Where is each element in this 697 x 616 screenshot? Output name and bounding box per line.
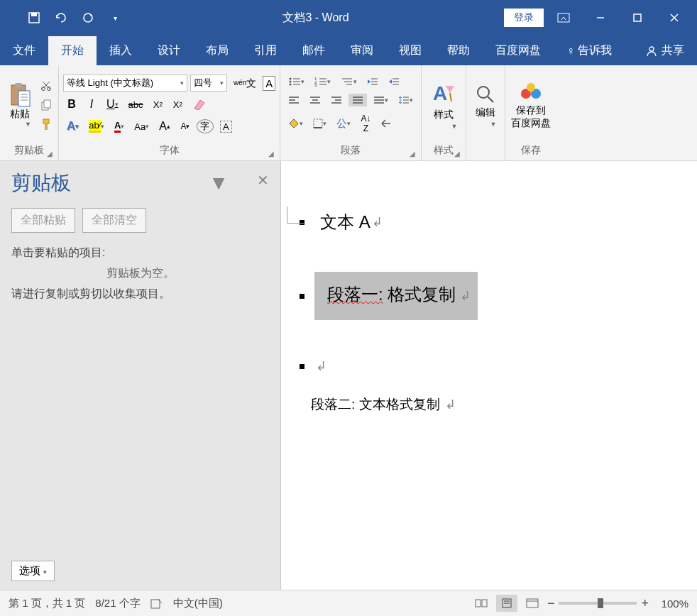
status-language[interactable]: 中文(中国) [173, 597, 223, 610]
borders-icon[interactable]: ▾ [309, 116, 330, 131]
svg-rect-70 [482, 600, 487, 607]
tab-review[interactable]: 审阅 [338, 36, 386, 65]
tab-view[interactable]: 视图 [386, 36, 434, 65]
character-shading-icon[interactable]: A [216, 119, 236, 135]
pane-close-icon[interactable]: ✕ [257, 172, 269, 194]
italic-icon[interactable]: I [83, 96, 100, 113]
copy-icon[interactable] [38, 97, 54, 113]
paragraph-launcher-icon[interactable]: ◢ [410, 150, 415, 158]
qat-dropdown-icon[interactable]: ▾ [102, 7, 128, 28]
zoom-slider[interactable] [559, 602, 637, 605]
distribute-icon[interactable]: ▾ [370, 94, 392, 106]
paste-all-button[interactable]: 全部粘贴 [11, 208, 75, 233]
tab-layout[interactable]: 布局 [193, 36, 241, 65]
clipboard-group-label: 剪贴板 [14, 144, 44, 157]
svg-rect-3 [558, 13, 569, 22]
workspace: 剪贴板 ▼ ✕ 全部粘贴 全部清空 单击要粘贴的项目: 剪贴板为空。 请进行复制… [0, 161, 697, 590]
tab-tellme[interactable]: ♀告诉我 [554, 36, 625, 65]
svg-point-25 [290, 84, 292, 86]
status-bar: 第 1 页，共 1 页 8/21 个字 中文(中国) − + 100% [0, 590, 697, 616]
show-marks-icon[interactable] [377, 116, 395, 131]
login-button[interactable]: 登录 [504, 9, 544, 27]
clipboard-launcher-icon[interactable]: ◢ [47, 150, 53, 158]
align-center-icon[interactable] [306, 94, 324, 106]
bold-icon[interactable]: B [63, 96, 80, 113]
pane-dropdown-icon[interactable]: ▼ [209, 172, 229, 194]
strikethrough-icon[interactable]: abc [125, 97, 147, 112]
undo-icon[interactable] [48, 7, 74, 28]
font-color-icon[interactable]: A▾ [111, 118, 128, 135]
underline-icon[interactable]: U ▾ [103, 96, 122, 113]
phonetic-guide-icon[interactable]: wén文 [230, 76, 260, 90]
proofing-icon[interactable] [150, 598, 163, 609]
grow-font-icon[interactable]: A▴ [155, 118, 174, 135]
web-layout-icon[interactable] [522, 595, 543, 612]
zoom-in-icon[interactable]: + [641, 596, 649, 611]
redo-icon[interactable] [75, 7, 101, 28]
doc-line-3: 段落二: 文本格式复制 [311, 397, 440, 412]
font-size-combo[interactable]: 四号▾ [190, 75, 227, 92]
styles-launcher-icon[interactable]: ◢ [454, 150, 460, 158]
tab-file[interactable]: 文件 [0, 36, 48, 65]
paste-button[interactable]: 粘贴 ▼ [4, 81, 35, 129]
sort-icon[interactable]: A↓Z [357, 111, 374, 136]
tab-share[interactable]: 共享 [633, 36, 697, 65]
asian-layout-icon[interactable]: 公▾ [333, 115, 354, 133]
decrease-indent-icon[interactable] [363, 75, 382, 89]
styles-button[interactable]: A 样式 ▼ [426, 77, 461, 133]
shrink-font-icon[interactable]: A▾ [177, 119, 194, 133]
tab-home[interactable]: 开始 [48, 36, 97, 65]
multilevel-list-icon[interactable]: ▾ [337, 75, 361, 89]
justify-icon[interactable] [348, 94, 367, 106]
find-icon [475, 84, 496, 105]
zoom-out-icon[interactable]: − [547, 596, 555, 611]
edit-button[interactable]: 编辑 ▼ [471, 81, 500, 131]
superscript-icon[interactable]: X2 [170, 97, 187, 112]
save-netdisk-button[interactable]: 保存到 百度网盘 [510, 78, 552, 132]
subscript-icon[interactable]: X2 [150, 97, 167, 112]
close-icon[interactable] [657, 7, 691, 28]
change-case-icon[interactable]: Aa▾ [131, 119, 153, 134]
increase-indent-icon[interactable] [385, 75, 403, 89]
align-left-icon[interactable] [285, 94, 303, 106]
tab-references[interactable]: 引用 [241, 36, 290, 65]
clear-all-button[interactable]: 全部清空 [82, 208, 146, 233]
ribbon-options-icon[interactable] [547, 7, 581, 28]
print-layout-icon[interactable] [496, 595, 517, 612]
highlight-icon[interactable]: ab⁄▾ [85, 118, 108, 135]
save-icon[interactable] [21, 7, 47, 28]
svg-rect-1 [31, 13, 37, 16]
tab-help[interactable]: 帮助 [434, 36, 483, 65]
zoom-level[interactable]: 100% [653, 598, 688, 610]
align-right-icon[interactable] [327, 94, 346, 106]
numbering-icon[interactable]: 123▾ [311, 75, 334, 89]
svg-text:A: A [433, 82, 447, 104]
bullets-icon[interactable]: ▾ [285, 75, 308, 89]
tab-insert[interactable]: 插入 [97, 36, 145, 65]
svg-rect-74 [527, 599, 538, 607]
text-effects-icon[interactable]: A▾ [63, 117, 82, 136]
enclose-character-icon[interactable]: 字 [197, 119, 214, 133]
tab-netdisk[interactable]: 百度网盘 [483, 36, 554, 65]
bullet-icon [300, 364, 304, 369]
maximize-icon[interactable] [620, 7, 654, 28]
read-mode-icon[interactable] [471, 595, 492, 612]
tab-mailings[interactable]: 邮件 [290, 36, 338, 65]
document-area[interactable]: 文本 A ↲ 段落一: 格式复制 ↲ ↲ 段落二: 文本格式复制 ↲ [281, 161, 697, 590]
font-launcher-icon[interactable]: ◢ [268, 150, 274, 158]
font-name-combo[interactable]: 等线 Light (中文标题)▾ [63, 75, 187, 92]
cut-icon[interactable] [38, 77, 54, 93]
tab-design[interactable]: 设计 [145, 36, 193, 65]
shading-icon[interactable]: ▾ [285, 116, 307, 131]
group-styles: A 样式 ▼ 样式◢ [422, 65, 466, 160]
format-painter-icon[interactable] [38, 117, 54, 133]
clear-formatting-icon[interactable] [190, 97, 209, 112]
quick-access-toolbar: ▾ [0, 7, 128, 28]
minimize-icon[interactable] [583, 7, 618, 28]
line-spacing-icon[interactable]: ▾ [395, 93, 417, 107]
options-button[interactable]: 选项 ▾ [11, 561, 55, 581]
character-border-icon[interactable]: A [263, 76, 275, 91]
status-wordcount[interactable]: 8/21 个字 [95, 597, 140, 610]
svg-rect-5 [634, 14, 641, 21]
status-page[interactable]: 第 1 页，共 1 页 [9, 597, 85, 610]
